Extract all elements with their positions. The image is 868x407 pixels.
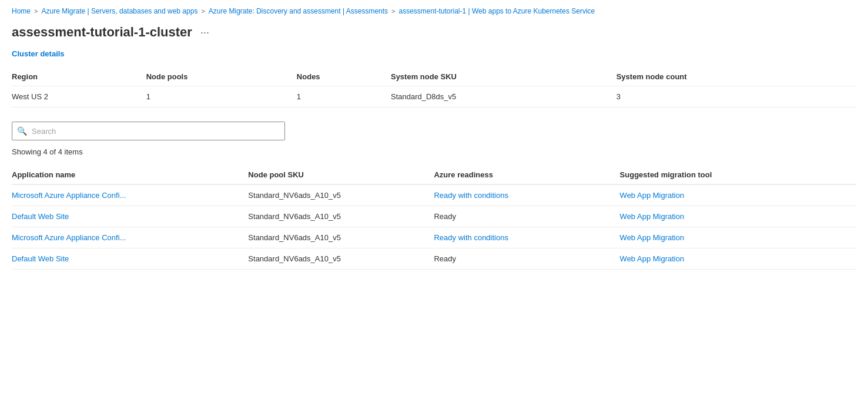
cluster-details-section: Cluster details Region Node pools Nodes … [12, 49, 856, 107]
table-row: Default Web SiteStandard_NV6ads_A10_v5Re… [12, 206, 856, 227]
app-name-link[interactable]: Microsoft Azure Appliance Confi... [12, 233, 126, 242]
cell-node-pool-sku: Standard_NV6ads_A10_v5 [248, 227, 434, 248]
migration-tool-link[interactable]: Web App Migration [620, 212, 685, 221]
readiness-link[interactable]: Ready with conditions [434, 191, 508, 200]
cell-readiness: Ready with conditions [434, 227, 619, 248]
cluster-details-table: Region Node pools Nodes System node SKU … [12, 68, 856, 107]
cluster-details-title[interactable]: Cluster details [12, 49, 856, 58]
cell-readiness: Ready [434, 248, 619, 270]
page-title: assessment-tutorial-1-cluster [12, 25, 192, 40]
cell-node-pool-sku: Standard_NV6ads_A10_v5 [248, 248, 434, 270]
table-row: Microsoft Azure Appliance Confi...Standa… [12, 184, 856, 206]
apps-col-header-pool-sku: Node pool SKU [248, 166, 434, 184]
cell-system-node-sku: Standard_D8ds_v5 [391, 86, 616, 107]
col-header-nodes: Nodes [297, 68, 391, 86]
readiness-link[interactable]: Ready with conditions [434, 233, 508, 242]
table-row: Microsoft Azure Appliance Confi...Standa… [12, 227, 856, 248]
ellipsis-button[interactable]: ··· [197, 25, 213, 40]
search-container: 🔍 [12, 122, 856, 140]
search-box[interactable]: 🔍 [12, 122, 285, 140]
breadcrumb-discovery[interactable]: Azure Migrate: Discovery and assessment … [209, 7, 388, 15]
apps-table: Application name Node pool SKU Azure rea… [12, 166, 856, 270]
app-name-link[interactable]: Default Web Site [12, 212, 69, 221]
col-header-system-node-count: System node count [616, 68, 856, 86]
cell-system-node-count: 3 [616, 86, 856, 107]
breadcrumb-home[interactable]: Home [12, 7, 31, 15]
apps-col-header-name: Application name [12, 166, 248, 184]
main-content: Cluster details Region Node pools Nodes … [0, 49, 868, 270]
migration-tool-link[interactable]: Web App Migration [620, 254, 685, 263]
breadcrumb-sep-3: > [391, 8, 395, 15]
col-header-region: Region [12, 68, 146, 86]
cell-migration-tool: Web App Migration [620, 248, 856, 270]
cell-node-pools: 1 [146, 86, 297, 107]
breadcrumb-assessment[interactable]: assessment-tutorial-1 | Web apps to Azur… [399, 7, 595, 15]
breadcrumb: Home > Azure Migrate | Servers, database… [0, 0, 868, 20]
cell-readiness: Ready [434, 206, 619, 227]
col-header-system-node-sku: System node SKU [391, 68, 616, 86]
showing-text: Showing 4 of 4 items [12, 147, 856, 156]
cluster-details-row: West US 2 1 1 Standard_D8ds_v5 3 [12, 86, 856, 107]
cell-nodes: 1 [297, 86, 391, 107]
cell-migration-tool: Web App Migration [620, 184, 856, 206]
breadcrumb-sep-1: > [34, 8, 38, 15]
cell-migration-tool: Web App Migration [620, 206, 856, 227]
page-header: assessment-tutorial-1-cluster ··· [0, 20, 868, 49]
apps-col-header-migration-tool: Suggested migration tool [620, 166, 856, 184]
migration-tool-link[interactable]: Web App Migration [620, 191, 685, 200]
app-name-link[interactable]: Microsoft Azure Appliance Confi... [12, 191, 126, 200]
cell-readiness: Ready with conditions [434, 184, 619, 206]
search-input[interactable] [32, 127, 280, 136]
breadcrumb-sep-2: > [201, 8, 205, 15]
app-name-link[interactable]: Default Web Site [12, 254, 69, 263]
breadcrumb-azure-migrate[interactable]: Azure Migrate | Servers, databases and w… [41, 7, 197, 15]
migration-tool-link[interactable]: Web App Migration [620, 233, 685, 242]
table-row: Default Web SiteStandard_NV6ads_A10_v5Re… [12, 248, 856, 270]
search-icon: 🔍 [17, 126, 27, 136]
cell-node-pool-sku: Standard_NV6ads_A10_v5 [248, 184, 434, 206]
cell-region: West US 2 [12, 86, 146, 107]
apps-col-header-readiness: Azure readiness [434, 166, 619, 184]
col-header-node-pools: Node pools [146, 68, 297, 86]
cell-migration-tool: Web App Migration [620, 227, 856, 248]
cell-node-pool-sku: Standard_NV6ads_A10_v5 [248, 206, 434, 227]
